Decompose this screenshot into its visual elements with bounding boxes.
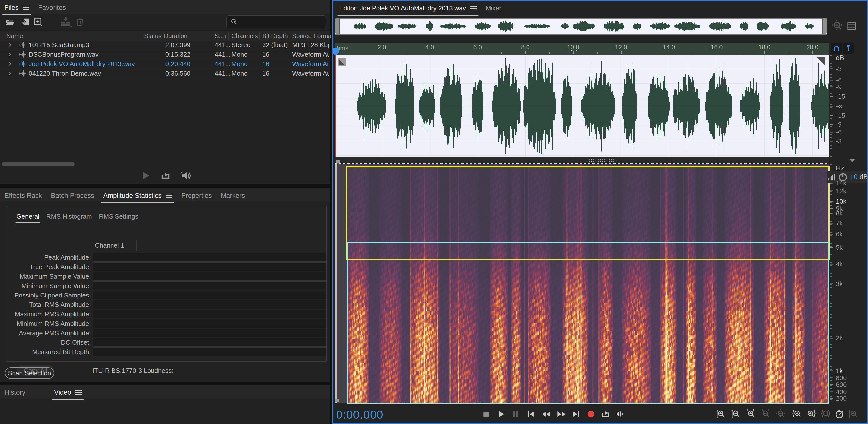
zoom-in-time-button[interactable] xyxy=(743,406,758,421)
column-header-name[interactable]: Name xyxy=(6,31,23,40)
fast-forward-button[interactable] xyxy=(554,406,569,421)
stat-value-field-clipped[interactable] xyxy=(93,357,326,358)
timeline-ruler[interactable]: hms2.04.06.08.010.012.014.016.018.020.0 xyxy=(335,43,829,55)
preview-play-button[interactable] xyxy=(139,170,151,181)
import-file-icon[interactable] xyxy=(19,17,31,27)
column-header-channels[interactable]: Channels xyxy=(231,31,258,40)
subtab-general[interactable]: General xyxy=(13,210,43,223)
search-box[interactable] xyxy=(226,16,326,28)
tab-effects-rack[interactable]: Effects Rack xyxy=(0,188,46,203)
search-input[interactable] xyxy=(241,17,321,27)
zoom-in-amplitude-button[interactable] xyxy=(714,406,728,421)
open-folder-icon[interactable] xyxy=(4,17,16,27)
ruler-collapse-arrow[interactable] xyxy=(849,159,855,162)
zoom-in-at-in-point-button[interactable] xyxy=(789,406,804,421)
delete-icon[interactable] xyxy=(75,17,85,27)
skip-to-start-button[interactable] xyxy=(524,406,538,421)
zoom-out-full-button[interactable] xyxy=(773,406,787,421)
column-header-source-forma[interactable]: Source Forma xyxy=(292,31,331,40)
new-media-icon[interactable] xyxy=(33,17,43,27)
expand-chevron-icon[interactable] xyxy=(6,51,13,58)
skip-selection-button[interactable] xyxy=(613,406,627,421)
file-row[interactable]: DSCBonusProgram.wav0:15.322441...Mono16W… xyxy=(0,50,330,59)
spectral-view[interactable] xyxy=(335,164,829,403)
skip-to-end-button[interactable] xyxy=(569,406,584,421)
tab-history[interactable]: History xyxy=(0,385,30,400)
record-button[interactable] xyxy=(584,406,598,421)
zoom-in-at-out-point-button[interactable] xyxy=(804,406,818,421)
loop-playback-button[interactable] xyxy=(598,406,613,421)
tab-markers[interactable]: Markers xyxy=(216,188,250,203)
stop-button[interactable] xyxy=(478,406,493,421)
auto-play-button[interactable] xyxy=(180,170,192,181)
panel-menu-icon[interactable] xyxy=(470,6,476,10)
panel-menu-icon[interactable] xyxy=(166,194,173,198)
tab-properties[interactable]: Properties xyxy=(177,188,216,203)
loop-playback-button[interactable] xyxy=(159,170,172,181)
stat-value-field[interactable] xyxy=(93,329,326,337)
column-header-status[interactable]: Status xyxy=(144,31,162,40)
insert-into-multitrack-icon[interactable] xyxy=(60,16,71,27)
spectral-selection-cyan[interactable] xyxy=(347,242,829,404)
stat-value-field[interactable] xyxy=(93,253,326,262)
splitter-grip[interactable] xyxy=(588,159,618,162)
play-button[interactable] xyxy=(493,406,508,421)
stat-value-field[interactable] xyxy=(93,347,326,356)
file-row[interactable]: 101215 SeaStar.mp32:07.399441...Stereo32… xyxy=(0,40,330,50)
stat-value-field[interactable] xyxy=(93,300,326,309)
timed-record-button[interactable] xyxy=(832,406,847,421)
overview-left-handle[interactable] xyxy=(335,19,340,34)
tab-batch-process[interactable]: Batch Process xyxy=(46,188,99,203)
expand-chevron-icon[interactable] xyxy=(6,70,13,77)
stat-value-field[interactable] xyxy=(93,291,326,300)
subtab-rms-histogram[interactable]: RMS Histogram xyxy=(43,210,95,223)
time-display[interactable]: 0:00.000 xyxy=(336,407,383,421)
panel-menu-icon[interactable] xyxy=(75,391,82,395)
panel-menu-icon[interactable] xyxy=(23,6,29,10)
column-header-duration[interactable]: Duration xyxy=(164,31,187,40)
column-header-bit-depth[interactable]: Bit Depth xyxy=(262,31,288,40)
tab-mixer[interactable]: Mixer xyxy=(481,1,506,16)
subtab-rms-settings[interactable]: RMS Settings xyxy=(95,210,142,223)
overview-strip[interactable] xyxy=(335,19,827,35)
stat-value-field[interactable] xyxy=(93,262,326,271)
files-h-scrollbar[interactable] xyxy=(2,162,74,166)
splitter-nub-bottom[interactable] xyxy=(335,399,339,402)
selection-handle-left[interactable] xyxy=(338,58,346,66)
tab-files[interactable]: Files xyxy=(0,0,34,15)
scan-selection-button[interactable]: Scan Selection xyxy=(5,367,54,379)
hz-ruler[interactable]: Hz +0 dB 14k12k10k9k8k7k6k5k4k3k2k1k8006… xyxy=(830,164,868,403)
file-list-header[interactable]: NameStatusDurationS... ↑ChannelsBit Dept… xyxy=(0,31,330,41)
expand-chevron-icon[interactable] xyxy=(6,61,13,67)
column-header-s-[interactable]: S... ↑ xyxy=(215,31,227,40)
hud-gain-value[interactable]: +0 xyxy=(850,173,858,181)
tab-amplitude-statistics[interactable]: Amplitude Statistics xyxy=(99,188,177,203)
db-ruler[interactable]: dB -3-6-9-15-∞-15-9-6-3 xyxy=(830,55,868,157)
waveform-view[interactable] xyxy=(335,55,829,157)
display-settings-icon[interactable] xyxy=(846,21,857,31)
file-row[interactable]: 041220 Thron Demo.wav0:36.560441...Mono1… xyxy=(0,68,330,78)
selection-handle-right[interactable] xyxy=(816,57,825,66)
zoom-to-selection-vertical-button[interactable] xyxy=(846,406,860,421)
tab-editor[interactable]: Editor: Joe Polek VO AutoMall dry 2013.w… xyxy=(335,1,481,16)
stat-value-field[interactable] xyxy=(93,310,326,318)
zoom-out-full-icon[interactable] xyxy=(831,19,843,32)
stat-value-field[interactable] xyxy=(93,319,326,328)
hud-volume[interactable]: +0 dB xyxy=(827,171,868,183)
headphones-button[interactable] xyxy=(831,43,842,54)
zoom-out-amplitude-button[interactable] xyxy=(728,406,743,421)
tab-video[interactable]: Video xyxy=(50,385,86,400)
stat-value-field[interactable] xyxy=(93,281,326,290)
tab-favorites[interactable]: Favorites xyxy=(34,0,70,15)
pin-tool-button[interactable] xyxy=(843,43,854,54)
wave-spectral-splitter[interactable] xyxy=(335,157,829,164)
stat-value-field[interactable] xyxy=(93,272,326,281)
pause-button[interactable] xyxy=(508,406,523,421)
file-row[interactable]: Joe Polek VO AutoMall dry 2013.wav0:20.4… xyxy=(0,59,330,69)
zoom-out-time-button[interactable] xyxy=(758,406,773,421)
zoom-to-selection-button[interactable] xyxy=(818,406,833,421)
expand-chevron-icon[interactable] xyxy=(6,42,13,48)
overview-right-handle[interactable] xyxy=(822,19,827,34)
rewind-button[interactable] xyxy=(539,406,553,421)
stat-value-field[interactable] xyxy=(93,338,326,347)
